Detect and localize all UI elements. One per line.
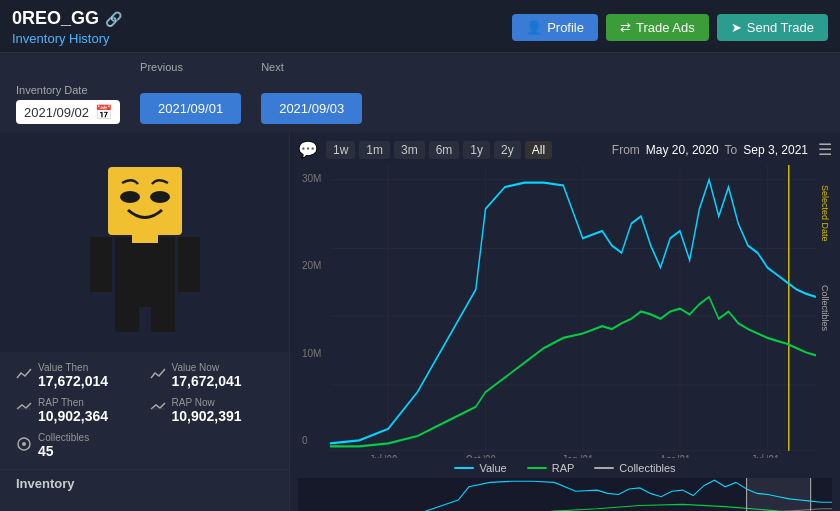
inventory-date-input-wrap[interactable]: 2021/09/02 📅 <box>16 100 120 124</box>
profile-button[interactable]: 👤 Profile <box>512 14 598 41</box>
legend-collectibles-dot <box>594 467 614 469</box>
send-trade-label: Send Trade <box>747 20 814 35</box>
mini-chart: Jul '20 Jan '21 Jul '21 <box>298 478 832 511</box>
time-btn-1m[interactable]: 1m <box>359 141 390 159</box>
legend-rap-dot <box>527 467 547 469</box>
stats-area: Value Then 17,672,014 Value Now 17,672,0… <box>0 352 289 469</box>
legend-value-label: Value <box>479 462 506 474</box>
chat-icon: 💬 <box>298 140 318 159</box>
svg-rect-4 <box>151 307 175 332</box>
calendar-icon: 📅 <box>95 104 112 120</box>
header: 0REO_GG 🔗 Inventory History 👤 Profile ⇄ … <box>0 0 840 53</box>
profile-label: Profile <box>547 20 584 35</box>
inventory-date-label: Inventory Date <box>16 84 120 96</box>
stat-rap-now: RAP Now 10,902,391 <box>150 397 274 424</box>
value-then-icon <box>16 366 32 385</box>
rap-now-icon <box>150 401 166 420</box>
chart-menu-icon[interactable]: ☰ <box>818 140 832 159</box>
stat-rap-then: RAP Then 10,902,364 <box>16 397 140 424</box>
chart-controls: 💬 1w 1m 3m 6m 1y 2y All From May 20, 202… <box>298 140 832 159</box>
value-then-value: 17,672,014 <box>38 373 108 389</box>
right-panel: 💬 1w 1m 3m 6m 1y 2y All From May 20, 202… <box>290 132 840 511</box>
value-then-label: Value Then <box>38 362 108 373</box>
link-icon: 🔗 <box>105 11 122 27</box>
mini-chart-svg: Jul '20 Jan '21 Jul '21 <box>298 478 832 511</box>
date-range: From May 20, 2020 To Sep 3, 2021 ☰ <box>612 140 832 159</box>
svg-rect-5 <box>108 167 182 235</box>
stat-collectibles: Collectibles 45 <box>16 432 140 459</box>
svg-rect-8 <box>132 235 158 243</box>
trade-ads-button[interactable]: ⇄ Trade Ads <box>606 14 709 41</box>
collectibles-icon <box>16 436 32 455</box>
to-date: Sep 3, 2021 <box>743 143 808 157</box>
legend-value-dot <box>454 467 474 469</box>
legend-value: Value <box>454 462 506 474</box>
main-chart-wrapper: 30M 20M 10M 0 Selected Date Collectibles <box>298 165 832 458</box>
chart-legend: Value RAP Collectibles <box>298 458 832 476</box>
svg-text:Jan '21: Jan '21 <box>562 452 593 458</box>
y-label-10m: 10M <box>302 348 321 359</box>
main-chart-svg: Jul '20 Oct '20 Jan '21 Apr '21 Jul '21 <box>298 165 832 458</box>
next-date-field: Next 2021/09/03 <box>261 61 362 124</box>
send-trade-button[interactable]: ➤ Send Trade <box>717 14 828 41</box>
previous-label: Previous <box>140 61 241 73</box>
next-button[interactable]: 2021/09/03 <box>261 93 362 124</box>
collectibles-side-label: Collectibles <box>820 285 830 331</box>
profile-icon: 👤 <box>526 20 542 35</box>
selected-date-label: Selected Date <box>820 185 830 242</box>
value-now-icon <box>150 366 166 385</box>
username-title: 0REO_GG 🔗 <box>12 8 122 29</box>
collectibles-label: Collectibles <box>38 432 89 443</box>
time-btn-1w[interactable]: 1w <box>326 141 355 159</box>
header-buttons: 👤 Profile ⇄ Trade Ads ➤ Send Trade <box>512 14 828 41</box>
avatar-area <box>0 132 289 352</box>
from-date: May 20, 2020 <box>646 143 719 157</box>
svg-rect-1 <box>90 237 112 292</box>
from-label: From <box>612 143 640 157</box>
time-btn-all[interactable]: All <box>525 141 552 159</box>
time-btn-2y[interactable]: 2y <box>494 141 521 159</box>
trade-ads-icon: ⇄ <box>620 20 631 35</box>
avatar <box>80 147 210 337</box>
svg-rect-0 <box>115 237 175 307</box>
rap-now-value: 10,902,391 <box>172 408 242 424</box>
y-label-30m: 30M <box>302 173 321 184</box>
header-left: 0REO_GG 🔗 Inventory History <box>12 8 122 46</box>
inventory-date-field: Inventory Date 2021/09/02 📅 <box>16 84 120 124</box>
left-panel: Value Then 17,672,014 Value Now 17,672,0… <box>0 132 290 511</box>
date-bar: Inventory Date 2021/09/02 📅 Previous 202… <box>0 53 840 132</box>
inventory-date-value: 2021/09/02 <box>24 105 89 120</box>
username-text: 0REO_GG <box>12 8 99 29</box>
stat-value-now: Value Now 17,672,041 <box>150 362 274 389</box>
value-now-label: Value Now <box>172 362 242 373</box>
time-btn-1y[interactable]: 1y <box>463 141 490 159</box>
svg-rect-30 <box>747 478 811 511</box>
main-content: Value Then 17,672,014 Value Now 17,672,0… <box>0 132 840 511</box>
time-btn-6m[interactable]: 6m <box>429 141 460 159</box>
legend-rap: RAP <box>527 462 575 474</box>
legend-collectibles-label: Collectibles <box>619 462 675 474</box>
y-label-20m: 20M <box>302 260 321 271</box>
previous-button[interactable]: 2021/09/01 <box>140 93 241 124</box>
rap-then-value: 10,902,364 <box>38 408 108 424</box>
stat-value-then: Value Then 17,672,014 <box>16 362 140 389</box>
value-now-value: 17,672,041 <box>172 373 242 389</box>
to-label: To <box>725 143 738 157</box>
svg-text:Jul '20: Jul '20 <box>370 452 398 458</box>
trade-ads-label: Trade Ads <box>636 20 695 35</box>
legend-rap-label: RAP <box>552 462 575 474</box>
svg-rect-3 <box>115 307 139 332</box>
y-label-0: 0 <box>302 435 321 446</box>
time-btn-3m[interactable]: 3m <box>394 141 425 159</box>
legend-collectibles: Collectibles <box>594 462 675 474</box>
svg-text:Oct '20: Oct '20 <box>465 452 496 458</box>
svg-text:Jul '21: Jul '21 <box>752 452 780 458</box>
inventory-section-label: Inventory <box>0 469 289 497</box>
next-label: Next <box>261 61 362 73</box>
rap-now-label: RAP Now <box>172 397 242 408</box>
svg-rect-2 <box>178 237 200 292</box>
svg-text:Apr '21: Apr '21 <box>660 452 691 458</box>
collectibles-value: 45 <box>38 443 89 459</box>
rap-then-icon <box>16 401 32 420</box>
send-trade-icon: ➤ <box>731 20 742 35</box>
